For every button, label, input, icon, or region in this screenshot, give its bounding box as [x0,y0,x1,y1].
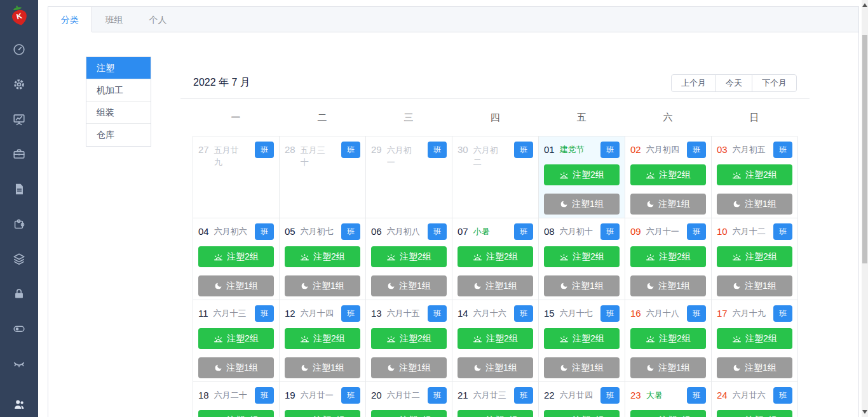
calendar-day-cell[interactable]: 03六月初五班注塑2组注塑1组 [712,136,798,218]
calendar-day-cell[interactable]: 18六月二十班注塑2组注塑1组 [193,382,280,417]
shift-badge[interactable]: 班 [255,142,274,158]
night-shift-button[interactable]: 注塑1组 [630,275,706,296]
shift-badge[interactable]: 班 [341,223,360,240]
day-shift-button[interactable]: 注塑2组 [717,246,792,267]
scroll-up-icon[interactable] [862,3,867,7]
calendar-day-cell[interactable]: 23大暑班注塑2组注塑1组 [625,382,712,417]
shift-badge[interactable]: 班 [428,142,447,158]
day-shift-button[interactable]: 注塑2组 [285,328,360,349]
night-shift-button[interactable]: 注塑1组 [630,194,706,215]
calendar-day-cell[interactable]: 02六月初四班注塑2组注塑1组 [625,136,712,218]
calendar-day-cell[interactable]: 11六月十三班注塑2组注塑1组 [193,300,280,382]
lock-icon[interactable] [12,287,26,301]
calendar-day-cell[interactable]: 07小暑班注塑2组注塑1组 [452,218,539,300]
shift-badge[interactable]: 班 [773,142,792,158]
night-shift-button[interactable]: 注塑1组 [544,357,620,378]
day-shift-button[interactable]: 注塑2组 [544,328,620,349]
day-shift-button[interactable]: 注塑2组 [630,164,706,185]
menu-item-injection[interactable]: 注塑 [86,57,151,79]
day-shift-button[interactable]: 注塑2组 [544,164,620,185]
calendar-day-cell[interactable]: 21六月廿三班注塑2组注塑1组 [452,382,539,417]
night-shift-button[interactable]: 注塑1组 [630,357,706,378]
next-month-button[interactable]: 下个月 [752,74,797,92]
shift-badge[interactable]: 班 [341,387,360,404]
team-icon[interactable] [12,397,26,411]
day-shift-button[interactable]: 注塑2组 [198,328,274,349]
calendar-day-cell[interactable]: 27五月廿九班 [193,136,280,218]
shift-badge[interactable]: 班 [255,387,274,404]
layers-icon[interactable] [12,252,26,266]
shift-badge[interactable]: 班 [341,142,360,158]
shift-badge[interactable]: 班 [428,223,447,240]
page-scrollbar[interactable] [862,0,868,417]
shift-badge[interactable]: 班 [341,305,360,322]
calendar-day-cell[interactable]: 10六月十二班注塑2组注塑1组 [712,218,798,300]
shift-badge[interactable]: 班 [687,305,706,322]
night-shift-button[interactable]: 注塑1组 [285,357,360,378]
day-shift-button[interactable]: 注塑2组 [717,410,792,417]
shift-badge[interactable]: 班 [600,223,620,240]
day-shift-button[interactable]: 注塑2组 [544,246,620,267]
calendar-day-cell[interactable]: 30六月初二班 [452,136,539,218]
calendar-day-cell[interactable]: 22六月廿四班注塑2组注塑1组 [539,382,625,417]
dashboard-icon[interactable] [12,43,26,56]
day-shift-button[interactable]: 注塑2组 [717,328,792,349]
night-shift-button[interactable]: 注塑1组 [371,357,447,378]
document-icon[interactable] [12,182,26,196]
night-shift-button[interactable]: 注塑1组 [458,357,533,378]
calendar-day-cell[interactable]: 17六月十九班注塑2组注塑1组 [712,300,798,382]
night-shift-button[interactable]: 注塑1组 [717,275,792,296]
calendar-day-cell[interactable]: 14六月十六班注塑2组注塑1组 [452,300,539,382]
calendar-day-cell[interactable]: 01建党节班注塑2组注塑1组 [539,136,625,218]
day-shift-button[interactable]: 注塑2组 [285,246,360,267]
calendar-day-cell[interactable]: 12六月十四班注塑2组注塑1组 [280,300,366,382]
day-shift-button[interactable]: 注塑2组 [198,246,274,267]
day-shift-button[interactable]: 注塑2组 [458,410,533,417]
shift-badge[interactable]: 班 [600,305,620,322]
day-shift-button[interactable]: 注塑2组 [458,246,533,267]
day-shift-button[interactable]: 注塑2组 [630,246,706,267]
day-shift-button[interactable]: 注塑2组 [458,328,533,349]
puzzle-icon[interactable] [12,217,26,231]
night-shift-button[interactable]: 注塑1组 [544,194,620,215]
shift-badge[interactable]: 班 [255,305,274,322]
shift-badge[interactable]: 班 [773,223,792,240]
calendar-day-cell[interactable]: 16六月十八班注塑2组注塑1组 [625,300,712,382]
day-shift-button[interactable]: 注塑2组 [630,410,706,417]
night-shift-button[interactable]: 注塑1组 [717,357,792,378]
shift-badge[interactable]: 班 [687,387,706,404]
prev-month-button[interactable]: 上个月 [671,74,716,92]
day-shift-button[interactable]: 注塑2组 [630,328,706,349]
scroll-down-icon[interactable] [862,410,867,414]
day-shift-button[interactable]: 注塑2组 [371,246,447,267]
shift-badge[interactable]: 班 [255,223,274,240]
shift-badge[interactable]: 班 [600,142,620,158]
shift-badge[interactable]: 班 [514,223,533,240]
shift-badge[interactable]: 班 [514,305,533,322]
calendar-day-cell[interactable]: 08六月初十班注塑2组注塑1组 [539,218,625,300]
calendar-day-cell[interactable]: 13六月十五班注塑2组注塑1组 [366,300,452,382]
scrollbar-thumb[interactable] [862,35,867,263]
day-shift-button[interactable]: 注塑2组 [285,410,360,417]
shift-badge[interactable]: 班 [600,387,620,404]
night-shift-button[interactable]: 注塑1组 [371,275,447,296]
tab-category[interactable]: 分类 [48,7,92,32]
menu-item-warehouse[interactable]: 仓库 [86,124,151,146]
calendar-day-cell[interactable]: 09六月十一班注塑2组注塑1组 [625,218,712,300]
menu-item-machining[interactable]: 机加工 [86,79,151,102]
calendar-day-cell[interactable]: 05六月初七班注塑2组注塑1组 [280,218,366,300]
eye-closed-icon[interactable] [12,357,26,371]
night-shift-button[interactable]: 注塑1组 [717,194,792,215]
night-shift-button[interactable]: 注塑1组 [458,275,533,296]
day-shift-button[interactable]: 注塑2组 [717,164,792,185]
calendar-day-cell[interactable]: 29六月初一班 [366,136,452,218]
shift-badge[interactable]: 班 [428,387,447,404]
app-logo[interactable]: K [6,3,32,29]
calendar-day-cell[interactable]: 20六月廿二班注塑2组注塑1组 [366,382,452,417]
night-shift-button[interactable]: 注塑1组 [198,275,274,296]
menu-item-assembly[interactable]: 组装 [86,102,151,124]
tab-personal[interactable]: 个人 [136,7,180,32]
settings-gear-icon[interactable] [12,77,26,91]
toggle-icon[interactable] [12,322,26,336]
calendar-day-cell[interactable]: 28五月三十班 [280,136,366,218]
